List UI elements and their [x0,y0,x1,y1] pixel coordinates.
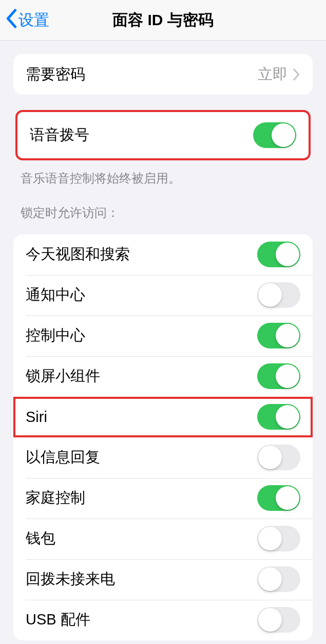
lock-access-row: 钱包 [13,519,313,559]
lock-access-row: USB 配件 [13,600,313,640]
lock-access-toggle[interactable] [257,282,300,308]
lock-access-toggle[interactable] [257,526,300,551]
lock-access-label: USB 配件 [26,610,257,630]
toggle-knob [258,283,282,307]
lock-access-row: 以信息回复 [13,437,313,478]
lock-access-row: 今天视图和搜索 [13,234,313,275]
voice-dial-toggle[interactable] [253,122,296,148]
voice-dial-label: 语音拨号 [30,125,253,145]
lock-access-label: Siri [26,409,257,426]
require-passcode-group: 需要密码 立即 [13,54,313,95]
require-passcode-value: 立即 [258,64,287,85]
lock-access-label: 钱包 [26,528,257,549]
lock-access-toggle[interactable] [257,363,300,389]
require-passcode-label: 需要密码 [26,64,258,85]
lock-access-row: Siri [13,397,313,437]
lock-access-label: 家庭控制 [26,488,257,508]
toggle-knob [258,567,282,591]
lock-access-toggle[interactable] [257,323,300,348]
lock-access-group: 今天视图和搜索通知中心控制中心锁屏小组件Siri以信息回复家庭控制钱包回拨未接来… [13,234,313,640]
chevron-right-icon [293,68,300,81]
lock-access-label: 以信息回复 [26,447,257,468]
lock-access-toggle[interactable] [257,485,300,511]
toggle-knob [276,486,299,510]
voice-dial-row: 语音拨号 [17,112,309,158]
toggle-knob [258,527,282,550]
voice-dial-highlight: 语音拨号 [13,108,313,162]
lock-access-toggle[interactable] [257,566,300,592]
page-title: 面容 ID 与密码 [0,10,326,31]
lock-access-toggle[interactable] [257,242,300,267]
toggle-knob [276,405,299,429]
nav-header: 设置 面容 ID 与密码 [0,0,326,41]
lock-access-toggle[interactable] [257,445,300,470]
toggle-knob [276,243,299,266]
lock-access-toggle[interactable] [257,607,300,633]
toggle-knob [276,324,299,347]
lock-access-label: 回拨未接来电 [26,569,257,590]
lock-access-label: 今天视图和搜索 [26,244,257,265]
toggle-knob [272,123,295,147]
voice-dial-group: 语音拨号 [15,110,311,160]
lock-access-toggle[interactable] [257,404,300,430]
voice-dial-footer: 音乐语音控制将始终被启用。 [21,170,305,187]
lock-access-row: 回拨未接来电 [13,559,313,600]
lock-section-header: 锁定时允许访问： [21,205,305,221]
lock-access-row: 家庭控制 [13,478,313,519]
require-passcode-row[interactable]: 需要密码 立即 [13,54,313,95]
lock-access-row: 通知中心 [13,275,313,316]
lock-access-row: 锁屏小组件 [13,356,313,397]
toggle-knob [258,446,282,469]
lock-access-label: 通知中心 [26,285,257,305]
toggle-knob [276,364,299,388]
lock-access-label: 控制中心 [26,325,257,346]
lock-access-row: 控制中心 [13,316,313,356]
lock-access-label: 锁屏小组件 [26,366,257,387]
toggle-knob [258,608,282,632]
